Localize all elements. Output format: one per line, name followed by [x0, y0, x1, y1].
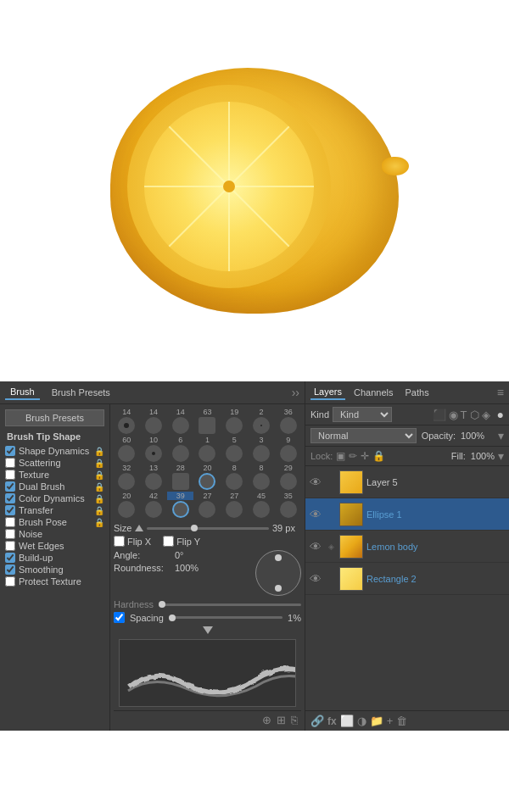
flip-x-checkbox[interactable] [114, 536, 125, 547]
kind-smart-icon[interactable]: ◈ [482, 409, 490, 421]
lock-icon-texture: 🔒 [94, 470, 104, 480]
layer-fx-link-icon[interactable]: 🔗 [310, 715, 324, 727]
kind-adjust-icon[interactable]: ◉ [449, 409, 458, 421]
brush-icon-1[interactable]: ⊕ [262, 714, 271, 726]
kind-pixel-icon[interactable]: ⬛ [433, 409, 446, 421]
brush-tab-bar: Brush Brush Presets ›› [0, 381, 305, 404]
bg-cell[interactable]: 28 [167, 464, 193, 491]
flip-y-checkbox[interactable] [163, 536, 174, 547]
bg-cell[interactable]: 36 [275, 408, 301, 435]
bg-cell[interactable]: 27 [194, 492, 221, 519]
layer-delete-icon[interactable]: 🗑 [396, 715, 407, 727]
layer-item-ellipse1[interactable]: 👁 Ellipse 1 [305, 498, 509, 531]
bg-cell[interactable]: 6 [167, 436, 193, 463]
bg-cell[interactable]: 14 [167, 408, 193, 435]
tab-brush-presets[interactable]: Brush Presets [47, 386, 115, 399]
kind-type-icon[interactable]: T [461, 409, 467, 421]
size-label: Size [114, 523, 131, 533]
bg-cell[interactable]: 19 [221, 408, 248, 435]
bg-cell[interactable]: 13 [141, 464, 167, 491]
kind-select[interactable]: Kind [333, 407, 392, 422]
tab-brush[interactable]: Brush [5, 385, 40, 400]
spacing-checkbox[interactable] [114, 612, 125, 623]
lock-all-icon[interactable]: 🔒 [372, 450, 385, 462]
bg-cell[interactable]: 14 [114, 408, 140, 435]
lock-transparent-icon[interactable]: ▣ [336, 450, 345, 462]
option-smoothing[interactable]: Smoothing [5, 564, 104, 576]
option-noise[interactable]: Noise [5, 528, 104, 540]
layer-item-lemon-body[interactable]: 👁 ◈ Lemon body [305, 531, 509, 563]
bg-cell[interactable]: 29 [275, 464, 301, 491]
brush-angle-widget[interactable] [255, 550, 301, 596]
bg-cell[interactable]: 3 [249, 436, 275, 463]
kind-shape-icon[interactable]: ⬡ [470, 409, 479, 421]
size-triangle-icon [135, 525, 143, 531]
option-color-dynamics[interactable]: Color Dynamics 🔒 [5, 492, 104, 504]
option-protect-texture[interactable]: Protect Texture [5, 576, 104, 587]
bg-cell[interactable]: 8 [249, 464, 275, 491]
layer-group-icon[interactable]: 📁 [370, 715, 383, 727]
brush-presets-button[interactable]: Brush Presets [5, 409, 104, 426]
size-slider[interactable] [147, 527, 269, 530]
bg-cell[interactable]: 60 [114, 436, 140, 463]
bg-cell[interactable]: 9 [275, 436, 301, 463]
brush-panel-menu-icon[interactable]: ›› [292, 386, 299, 399]
bg-cell[interactable]: 35 [275, 492, 301, 519]
lock-position-icon[interactable]: ✛ [361, 450, 369, 462]
lock-icon-dual: 🔒 [94, 482, 104, 492]
angle-row: Angle: 0° [114, 550, 250, 560]
bg-cell[interactable]: 27 [221, 492, 248, 519]
bg-cell-39[interactable]: 39 [167, 492, 193, 519]
layers-menu-icon[interactable]: ≡ [497, 386, 504, 399]
hardness-slider[interactable] [159, 603, 301, 606]
visibility-icon-ellipse1[interactable]: 👁 [309, 508, 322, 521]
bg-cell[interactable]: 14 [141, 408, 167, 435]
opacity-chevron-icon[interactable]: ▾ [498, 429, 504, 442]
bg-cell-selected[interactable]: 20 [194, 464, 221, 491]
option-brush-pose[interactable]: Brush Pose 🔒 [5, 516, 104, 528]
blend-mode-select[interactable]: Normal Multiply Screen Overlay [310, 428, 417, 443]
bg-cell[interactable]: 1 [194, 436, 221, 463]
bg-cell[interactable]: 2 [249, 408, 275, 435]
bg-cell[interactable]: 10 [141, 436, 167, 463]
bg-cell[interactable]: 45 [249, 492, 275, 519]
bg-cell[interactable]: 63 [194, 408, 221, 435]
tab-channels[interactable]: Channels [350, 386, 396, 399]
bg-cell[interactable]: 42 [141, 492, 167, 519]
lock-paint-icon[interactable]: ✏ [349, 450, 357, 462]
lock-icon-scatter: 🔒 [94, 459, 104, 468]
bg-cell[interactable]: 5 [221, 436, 248, 463]
visibility-icon-rect[interactable]: 👁 [309, 572, 322, 586]
fill-chevron-icon[interactable]: ▾ [498, 449, 504, 463]
layer-adj-icon[interactable]: ◑ [357, 715, 366, 727]
option-wet-edges[interactable]: Wet Edges [5, 540, 104, 552]
bg-cell[interactable]: 8 [221, 464, 248, 491]
layer-thumb-lemon [339, 535, 363, 559]
option-shape-dynamics[interactable]: Shape Dynamics 🔒 [5, 445, 104, 457]
layer-new-icon[interactable]: + [387, 715, 394, 727]
visibility-icon-layer5[interactable]: 👁 [309, 476, 322, 489]
svg-line-6 [229, 126, 289, 186]
bg-cell[interactable]: 32 [114, 464, 140, 491]
option-buildup[interactable]: Build-up [5, 552, 104, 564]
layer-mask-icon[interactable]: ⬜ [340, 715, 354, 727]
flip-y-label[interactable]: Flip Y [163, 536, 200, 547]
brush-icon-3[interactable]: ⎘ [291, 714, 298, 726]
spacing-value: 1% [288, 613, 301, 623]
layer-item-layer5[interactable]: 👁 Layer 5 [305, 466, 509, 498]
visibility-icon-lemon[interactable]: 👁 [309, 540, 322, 553]
tab-layers[interactable]: Layers [310, 385, 345, 400]
option-dual-brush[interactable]: Dual Brush 🔒 [5, 481, 104, 492]
option-texture[interactable]: Texture 🔒 [5, 469, 104, 481]
bg-cell[interactable]: 20 [114, 492, 140, 519]
brush-icon-2[interactable]: ⊞ [277, 714, 286, 726]
layer-fx-icon[interactable]: fx [327, 715, 337, 727]
tab-paths[interactable]: Paths [402, 386, 433, 399]
spacing-slider[interactable] [169, 616, 282, 619]
kind-toggle-icon[interactable]: ● [497, 408, 504, 421]
layer-item-rect2[interactable]: 👁 Rectangle 2 [305, 563, 509, 595]
lemon-inner [144, 102, 314, 271]
option-transfer[interactable]: Transfer 🔒 [5, 504, 104, 516]
option-scattering[interactable]: Scattering 🔒 [5, 457, 104, 469]
flip-x-label[interactable]: Flip X [114, 536, 151, 547]
